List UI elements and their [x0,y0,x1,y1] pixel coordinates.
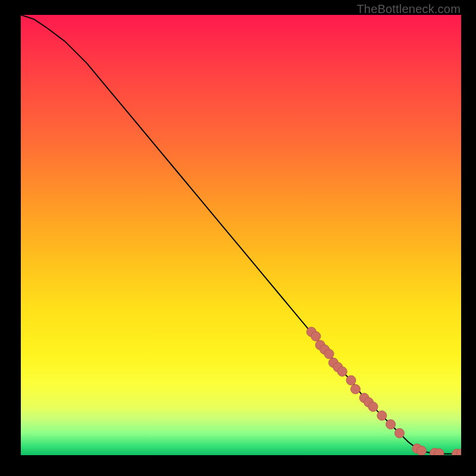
curve-marker [346,375,356,385]
curve-marker [368,402,378,412]
bottleneck-curve [21,15,461,454]
curve-marker [350,384,360,394]
curve-overlay [21,15,461,455]
curve-markers [306,327,461,455]
curve-marker [386,419,396,429]
curve-marker [377,411,387,420]
plot-area [21,15,461,455]
curve-marker [416,446,426,455]
curve-marker [324,349,334,359]
curve-marker [311,331,321,341]
curve-marker [394,428,404,438]
curve-marker [337,367,347,376]
chart-frame: TheBottleneck.com [0,0,476,476]
attribution-text: TheBottleneck.com [356,2,461,16]
curve-marker [434,449,444,455]
